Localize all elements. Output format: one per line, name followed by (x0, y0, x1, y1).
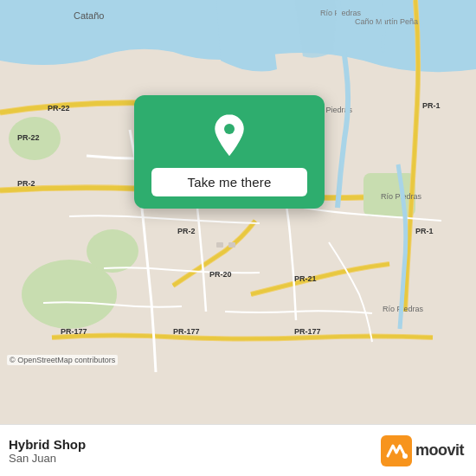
location-city: San Juan (9, 452, 86, 465)
map-container: PR-22 PR-22 PR-2 PR-2 PR-20 PR-21 PR-177… (0, 0, 476, 424)
take-me-there-button[interactable]: Take me there (151, 168, 307, 196)
svg-text:PR-177: PR-177 (294, 327, 321, 336)
location-info: Hybrid Shop San Juan (9, 437, 86, 465)
svg-text:PR-1: PR-1 (422, 101, 441, 110)
location-name: Hybrid Shop (9, 437, 86, 452)
bottom-bar: Hybrid Shop San Juan moovit (0, 424, 476, 476)
svg-text:PR-2: PR-2 (17, 179, 35, 188)
pin-icon (207, 113, 252, 158)
svg-rect-29 (228, 242, 235, 248)
moovit-icon (381, 435, 412, 466)
svg-text:PR-22: PR-22 (48, 104, 70, 113)
svg-text:PR-1: PR-1 (415, 227, 434, 235)
svg-point-32 (402, 453, 408, 459)
svg-text:PR-177: PR-177 (61, 327, 87, 336)
svg-text:PR-22: PR-22 (17, 133, 40, 142)
moovit-logo[interactable]: moovit (381, 435, 464, 466)
svg-rect-28 (216, 242, 223, 248)
svg-point-30 (224, 124, 235, 134)
location-card: Take me there (134, 95, 325, 209)
svg-text:PR-2: PR-2 (177, 227, 196, 235)
svg-text:PR-177: PR-177 (173, 327, 200, 336)
svg-text:Caño Martín Peña: Caño Martín Peña (355, 17, 418, 26)
svg-text:Cataño: Cataño (74, 10, 104, 21)
svg-text:PR-20: PR-20 (209, 270, 232, 279)
svg-text:PR-21: PR-21 (294, 274, 317, 283)
map-attribution: © OpenStreetMap contributors (7, 355, 118, 365)
svg-point-2 (87, 229, 138, 273)
moovit-brand-text: moovit (415, 441, 464, 460)
